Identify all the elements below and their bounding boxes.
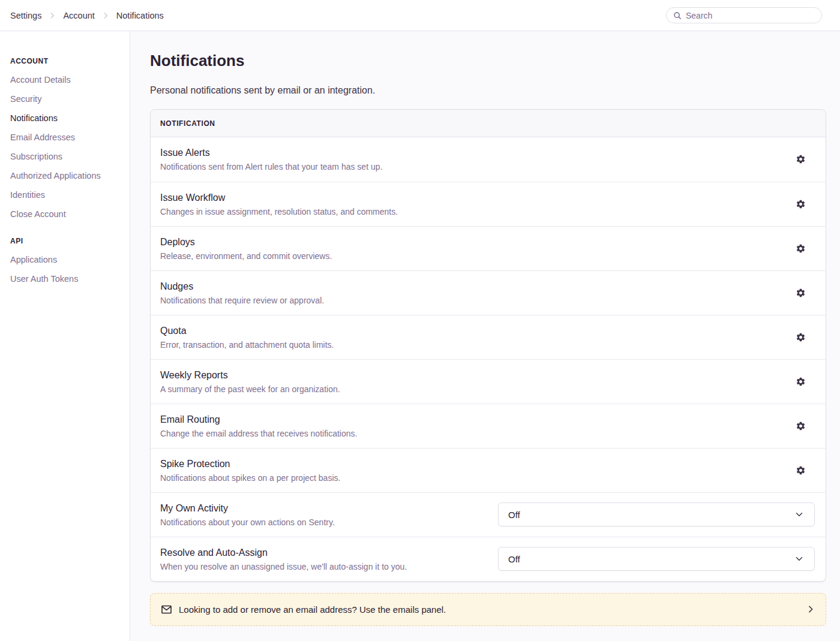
notification-row-description: Change the email address that receives n… [160, 428, 793, 439]
notification-settings-button[interactable] [793, 419, 808, 433]
page-subtitle: Personal notifications sent by email or … [150, 84, 826, 97]
select-value: Off [508, 510, 520, 520]
search-box[interactable] [666, 7, 822, 23]
sidebar-item-user-auth-tokens[interactable]: User Auth Tokens [10, 273, 124, 285]
sidebar-item-close-account[interactable]: Close Account [10, 208, 124, 220]
notification-row: My Own Activity Notifications about your… [151, 492, 826, 537]
notification-row-title: Quota [160, 324, 793, 337]
sidebar-item-subscriptions[interactable]: Subscriptions [10, 151, 124, 162]
sidebar-item-authorized-applications[interactable]: Authorized Applications [10, 170, 124, 182]
gear-icon [796, 465, 806, 476]
gear-icon [796, 154, 806, 164]
notification-select[interactable]: Off [498, 502, 815, 526]
notification-row-description: Notifications sent from Alert rules that… [160, 161, 793, 172]
sidebar-item-applications[interactable]: Applications [10, 254, 124, 266]
notification-row-description: Error, transaction, and attachment quota… [160, 339, 793, 350]
sidebar-item-email-addresses[interactable]: Email Addresses [10, 131, 124, 143]
notification-row: Resolve and Auto-Assign When you resolve… [151, 537, 826, 581]
chevron-down-icon [794, 553, 805, 564]
notification-row-title: Deploys [160, 236, 793, 248]
notification-row-title: Nudges [160, 280, 793, 293]
topbar: Settings Account Notifications [0, 0, 840, 31]
sidebar-item-notifications[interactable]: Notifications [10, 112, 124, 124]
sidebar-section-title: API [10, 237, 124, 245]
gear-icon [796, 421, 806, 431]
notification-row: Weekly Reports A summary of the past wee… [151, 359, 826, 404]
notification-rows: Issue Alerts Notifications sent from Ale… [151, 137, 826, 581]
breadcrumb-item[interactable]: Account [63, 11, 94, 20]
notification-row: Deploys Release, environment, and commit… [151, 226, 826, 270]
notification-row: Quota Error, transaction, and attachment… [151, 315, 826, 359]
breadcrumb-item[interactable]: Settings [10, 11, 41, 20]
main-content: Notifications Personal notifications sen… [130, 31, 840, 641]
notification-row-title: Weekly Reports [160, 369, 793, 381]
notification-row-title: Email Routing [160, 413, 793, 426]
notification-row-title: My Own Activity [160, 502, 498, 514]
gear-icon [796, 332, 806, 342]
notification-row-title: Issue Workflow [160, 191, 793, 204]
chevron-down-icon [794, 509, 805, 520]
notification-select[interactable]: Off [498, 547, 815, 571]
gear-icon [796, 199, 806, 209]
page-title: Notifications [150, 50, 826, 71]
select-value: Off [508, 554, 520, 564]
breadcrumb-item[interactable]: Notifications [116, 11, 164, 20]
notification-row-description: Changes in issue assignment, resolution … [160, 206, 793, 217]
sidebar-item-account-details[interactable]: Account Details [10, 74, 124, 86]
notification-row: Email Routing Change the email address t… [151, 404, 826, 448]
notification-row-description: Notifications about spikes on a per proj… [160, 473, 793, 483]
notification-row: Spike Protection Notifications about spi… [151, 448, 826, 492]
sidebar: ACCOUNT Account Details Security Notific… [0, 31, 130, 641]
breadcrumb-separator-icon [101, 11, 110, 20]
notification-row-description: Notifications that require review or app… [160, 295, 793, 306]
notification-row: Issue Workflow Changes in issue assignme… [151, 182, 826, 226]
sidebar-section: ACCOUNT Account Details Security Notific… [10, 57, 124, 220]
envelope-icon [161, 604, 172, 615]
sidebar-section-title: ACCOUNT [10, 57, 124, 65]
notification-settings-button[interactable] [793, 463, 808, 477]
gear-icon [796, 288, 806, 298]
notification-settings-button[interactable] [793, 241, 808, 255]
email-panel-alert[interactable]: Looking to add or remove an email addres… [150, 593, 826, 626]
notification-settings-button[interactable] [793, 285, 808, 300]
notification-settings-button[interactable] [793, 197, 808, 211]
alert-text: Looking to add or remove an email addres… [179, 604, 799, 615]
search-input[interactable] [686, 11, 815, 20]
breadcrumb: Settings Account Notifications [10, 11, 164, 20]
breadcrumb-separator-icon [48, 11, 56, 20]
notification-row: Nudges Notifications that require review… [151, 270, 826, 315]
notification-row-description: Notifications about your own actions on … [160, 517, 498, 528]
notification-row-description: When you resolve an unassigned issue, we… [160, 561, 498, 572]
sidebar-section: API Applications User Auth Tokens [10, 237, 124, 285]
notification-row-description: A summary of the past week for an organi… [160, 384, 793, 395]
sidebar-item-security[interactable]: Security [10, 93, 124, 105]
notification-settings-button[interactable] [793, 330, 808, 344]
notifications-panel: NOTIFICATION Issue Alerts Notifications … [150, 109, 826, 582]
notification-settings-button[interactable] [793, 374, 808, 389]
notification-row-title: Spike Protection [160, 458, 793, 470]
gear-icon [796, 377, 806, 387]
notification-row: Issue Alerts Notifications sent from Ale… [151, 137, 826, 182]
chevron-right-icon [806, 604, 815, 614]
sidebar-item-identities[interactable]: Identities [10, 189, 124, 201]
search-icon [673, 11, 682, 20]
notification-settings-button[interactable] [793, 152, 808, 167]
gear-icon [796, 243, 806, 254]
notification-row-title: Issue Alerts [160, 146, 793, 159]
panel-header: NOTIFICATION [151, 110, 826, 137]
notification-row-description: Release, environment, and commit overvie… [160, 251, 793, 261]
notification-row-title: Resolve and Auto-Assign [160, 546, 498, 559]
